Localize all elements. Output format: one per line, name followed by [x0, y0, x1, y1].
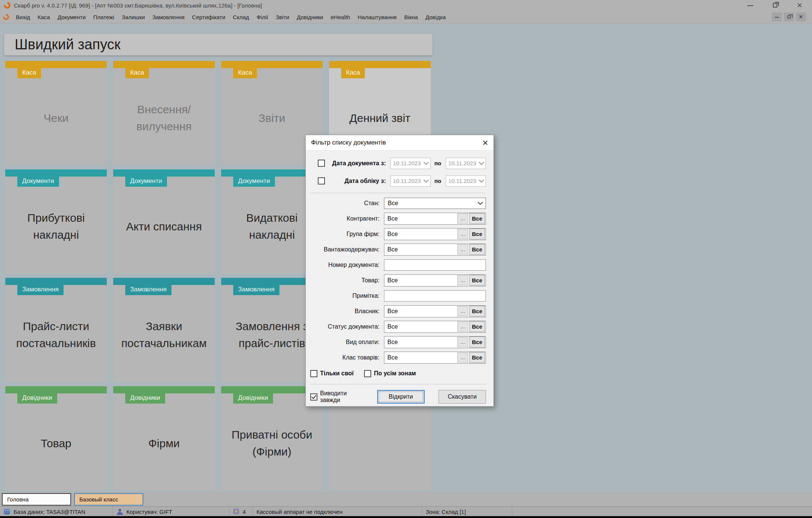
firm-group-browse-button[interactable]: … — [457, 229, 468, 239]
menu-item-kasa[interactable]: Каса — [34, 14, 54, 20]
group-tab: Довідники — [17, 393, 57, 404]
all-zones-checkbox[interactable] — [364, 370, 371, 377]
tile-price-lysty-postachalnykiv[interactable]: Замовлення Прайс-листи постачальників — [5, 278, 107, 382]
date-document-from-combo[interactable]: 10.11.2023 — [390, 158, 431, 169]
tile-label: Товар — [5, 404, 107, 490]
close-icon[interactable]: × — [797, 2, 802, 8]
consignee-field[interactable]: Все … Все — [384, 244, 486, 256]
payment-type-browse-button[interactable]: … — [457, 337, 468, 347]
product-browse-button[interactable]: … — [457, 275, 468, 285]
minimize-icon[interactable] — [747, 5, 753, 6]
menu-item-vykhid[interactable]: Вихід — [12, 14, 34, 20]
date-accounting-checkbox[interactable] — [318, 177, 325, 184]
group-tab: Каса — [233, 68, 257, 78]
filter-dialog: Фільтр списку документів × Дата документ… — [305, 135, 494, 407]
only-own-label: Тільки свої — [320, 370, 354, 377]
date-accounting-label: Дата обліку з: — [329, 178, 386, 184]
tile-akty-spysannya[interactable]: Документи Акти списання — [113, 169, 215, 273]
open-button[interactable]: Відкрити — [377, 390, 425, 404]
tile-cheky[interactable]: Каса Чеки — [5, 61, 107, 165]
select-value: Все — [388, 200, 398, 207]
document-status-browse-button[interactable]: … — [457, 321, 468, 332]
payment-type-all-button[interactable]: Все — [469, 337, 485, 347]
menu-item-zvity[interactable]: Звіти — [272, 14, 293, 20]
tile-zayavky-postachalnykam[interactable]: Замовлення Заявки постачальникам — [113, 278, 215, 382]
dialog-footer: Виводити завжди Відкрити Скасувати — [310, 387, 486, 407]
owner-label: Власник: — [310, 308, 379, 315]
payment-type-field[interactable]: Все … Все — [384, 336, 486, 348]
tile-firmy[interactable]: Довідники Фірми — [113, 386, 215, 490]
state-select[interactable]: Все — [384, 198, 486, 209]
tile-vnesennya-vyluchennya[interactable]: Каса Внесення/вилучення — [113, 61, 215, 165]
user-icon — [117, 509, 123, 515]
counterparty-all-button[interactable]: Все — [469, 213, 485, 224]
product-class-browse-button[interactable]: … — [457, 352, 468, 363]
menu-item-sertyfikaty[interactable]: Сертифікати — [188, 14, 229, 20]
tab-bazovyi-klass[interactable]: Базовый класс — [74, 493, 143, 506]
firm-group-row: Група фірм: Все … Все — [310, 226, 486, 242]
document-status-field[interactable]: Все … Все — [384, 321, 486, 333]
counterparty-browse-button[interactable]: … — [457, 213, 468, 224]
tile-label — [329, 404, 431, 490]
menu-item-dokumenty[interactable]: Документи — [54, 14, 90, 20]
tile-prybutkovi-nakladni[interactable]: Документи Прибуткові накладні — [5, 169, 107, 273]
only-own-checkbox[interactable] — [310, 370, 317, 377]
restore-icon[interactable] — [773, 3, 777, 8]
tile-tovar[interactable]: Довідники Товар — [5, 386, 107, 490]
tab-holovna[interactable]: Головна — [2, 493, 71, 506]
product-class-all-button[interactable]: Все — [469, 352, 485, 363]
firm-group-field[interactable]: Все … Все — [384, 228, 486, 240]
firm-group-all-button[interactable]: Все — [469, 229, 485, 239]
payment-type-label: Вид оплати: — [310, 339, 379, 346]
owner-browse-button[interactable]: … — [457, 306, 468, 316]
tile-label: Чеки — [5, 78, 107, 165]
document-number-input[interactable] — [384, 259, 486, 271]
menu-item-sklad[interactable]: Склад — [229, 14, 253, 20]
group-strip — [113, 278, 215, 285]
note-input[interactable] — [384, 290, 486, 302]
group-tab: Замовлення — [125, 285, 172, 295]
date-document-to-combo[interactable]: 10.11.2023 — [446, 158, 486, 169]
date-accounting-to-combo[interactable]: 10.11.2023 — [446, 175, 486, 187]
chevron-down-icon — [478, 200, 483, 205]
firm-group-label: Група фірм: — [310, 231, 379, 238]
product-class-field[interactable]: Все … Все — [384, 352, 486, 364]
menu-item-zalyshky[interactable]: Залишки — [118, 14, 149, 20]
menu-item-dovidnyky[interactable]: Довідники — [293, 14, 327, 20]
owner-field[interactable]: Все … Все — [384, 305, 486, 317]
chevron-down-icon — [479, 160, 484, 165]
owner-all-button[interactable]: Все — [469, 306, 485, 317]
counterparty-field[interactable]: Все … Все — [384, 213, 486, 225]
menu-item-ehealth[interactable]: eHealth — [327, 14, 354, 20]
date-accounting-from-combo[interactable]: 10.11.2023 — [390, 175, 431, 187]
consignee-all-button[interactable]: Все — [469, 244, 485, 255]
dialog-title: Фільтр списку документів — [311, 139, 386, 146]
mdi-close-icon[interactable]: × — [796, 12, 806, 21]
mdi-minimize-icon[interactable] — [772, 12, 782, 21]
menu-item-filii[interactable]: Філії — [253, 14, 272, 20]
group-tab: Документи — [17, 177, 59, 187]
tile-label: Приватні особи (Фірми) — [221, 404, 323, 490]
page-title: Швидкий запуск — [4, 34, 433, 55]
mdi-window-controls: × — [772, 12, 809, 21]
date-document-checkbox[interactable] — [318, 160, 325, 167]
product-field[interactable]: Все … Все — [384, 274, 486, 286]
group-tab: Каса — [341, 68, 365, 78]
document-status-all-button[interactable]: Все — [469, 321, 485, 332]
chevron-down-icon — [423, 160, 429, 165]
product-all-button[interactable]: Все — [469, 275, 485, 286]
dialog-close-icon[interactable]: × — [483, 139, 488, 146]
menu-item-dovidka[interactable]: Довідка — [422, 14, 449, 20]
always-show-checkbox[interactable] — [310, 393, 317, 401]
menu-item-zamovlennya[interactable]: Замовлення — [149, 14, 188, 20]
consignee-browse-button[interactable]: … — [457, 244, 468, 254]
cancel-button[interactable]: Скасувати — [439, 390, 486, 404]
product-class-row: Клас товарів: Все … Все — [310, 350, 486, 365]
dialog-title-bar[interactable]: Фільтр списку документів × — [306, 135, 493, 151]
menu-item-nalashtuvannya[interactable]: Налаштування — [354, 14, 401, 20]
group-strip — [5, 278, 107, 285]
menu-item-platezhi[interactable]: Платежі — [90, 14, 118, 20]
menu-item-vikna[interactable]: Вікна — [401, 14, 422, 20]
group-strip — [113, 386, 215, 393]
mdi-restore-icon[interactable] — [784, 12, 794, 21]
